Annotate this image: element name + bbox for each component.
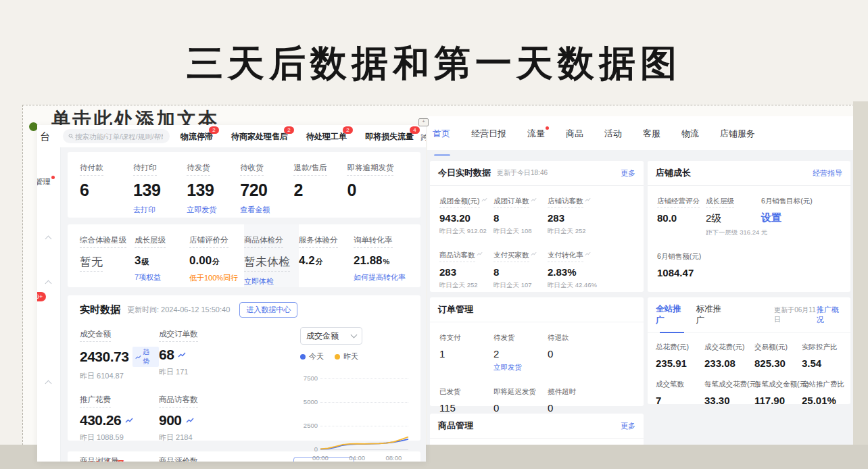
legend-dot [335,354,340,360]
tab-shop-services[interactable]: 店铺服务 [720,128,755,150]
brand-text-partial: 台 [40,130,50,143]
sidebar-item-partial[interactable]: 管理 [37,177,51,187]
left-main-content: 待付款6 待打印139去打印 待发货139立即发货 待收货720查看金额 退款/… [61,147,426,462]
realtime-chart: 成交金额 今天 昨天 0250050007500 00:0004:0008:00 [300,327,408,462]
view-amount-link[interactable]: 查看金额 [240,205,293,215]
metric-awaiting-shipment: 待发货2立即发货 [493,330,548,372]
search-input[interactable] [74,132,164,141]
line-chart-plot[interactable]: 0250050007500 [320,366,408,452]
todo-value: 720 [240,180,293,200]
search-box[interactable] [63,129,170,143]
more-link[interactable]: 更多 [621,168,635,178]
metric-visitors: 商品访客数 900 昨日 2184 [159,393,238,443]
tab-daily-report[interactable]: 经营日报 [471,128,506,150]
ship-now-link[interactable]: 立即发货 [187,205,240,215]
metric-select-dropdown[interactable]: 成交金额 [300,327,362,345]
metric-orders: 成交订单数 68 昨日 171 [159,327,238,381]
trend-badge[interactable]: 趋势 [132,347,159,367]
trend-icon [477,251,483,257]
tab-sitewide-promo[interactable]: 全站推广 [656,303,685,326]
left-dashboard-screenshot: 台 物流停滞2 待商家处理售后2 待处理工单2 即将损失流量4 未读站内信68 … [37,125,426,462]
legend-today[interactable]: 今天 [300,351,324,362]
benefits-link[interactable]: 7项权益 [135,272,189,282]
notification-dot [546,126,549,130]
todo-col: 待打印139去打印 [133,161,187,209]
score-value: 0.00分 [189,254,244,268]
business-guide-link[interactable]: 经营指导 [813,168,842,178]
y-tick-label: 0 [299,445,318,453]
trend-icon[interactable] [186,416,194,424]
y-tick-label: 2500 [299,422,318,429]
todo-value: 139 [133,180,187,200]
realtime-data-card: 实时数据 更新时间: 2024-06-12 15:50:40 进入数据中心 成交… [68,295,420,441]
badge: 2 [284,126,294,134]
order-management-card: 订单管理 待支付1 待发货2立即发货 待退款0 已发货115 即将延迟发货0 揽… [430,297,644,406]
metric-group-orders: 成团订单数8昨日全天 108 [493,194,548,236]
trend-icon[interactable] [125,416,133,424]
chevron-down-icon [351,332,358,339]
nav-logistics-stalled[interactable]: 物流停滞2 [180,131,213,143]
todo-value: 6 [80,180,133,200]
realtime-metrics: 成交金额 2430.73 趋势 昨日 6104.87 成交订单数 68 昨日 1… [80,327,299,462]
go-print-link[interactable]: 去打印 [133,205,187,215]
score-col: 服务体验分4.2分 [299,233,354,278]
below-peers-link[interactable]: 低于100%同行 [189,273,244,283]
nav-losing-traffic[interactable]: 即将损失流量4 [365,131,414,143]
score-value: 3级 [135,254,189,268]
left-sidebar: 管理 9+ [37,147,61,462]
tab-logistics[interactable]: 物流 [681,128,699,150]
data-center-button[interactable]: 进入数据中心 [239,302,297,318]
trend-icon[interactable] [178,351,186,359]
today-realtime-card: 今日实时数据 更新于今日18:46 更多 成团金额(元)943.20昨日全天 9… [430,161,644,292]
ship-now-link[interactable]: 立即发货 [493,363,548,372]
trend-icon [481,197,487,203]
metric-reviews: 商品评价数 1 昨日 0 [159,454,238,462]
promo-overview-link[interactable]: 推广概况 [817,305,842,325]
promotion-card: 全站推广 标准推广 更新于06月11日 推广概况 总花费(元)235.91 成交… [648,297,850,404]
sidebar-count-badge[interactable]: 9+ [37,292,46,301]
chevron-up-icon[interactable] [45,236,52,243]
tab-activity[interactable]: 活动 [604,128,622,150]
slide-canvas: 三天后数据和第一天数据图 单击此处添加文本 + 台 物流停滞2 待商家处理售后2… [0,0,868,469]
todo-value: 0 [347,180,408,200]
legend-yesterday[interactable]: 昨天 [335,351,358,362]
score-col: 店铺评价分0.00分低于100%同行 [189,233,244,278]
trend-icon [531,251,537,257]
series-昨天 [320,437,408,449]
tab-service[interactable]: 客服 [643,128,660,150]
set-target-link[interactable]: 设置 [761,212,814,224]
todo-col: 待收货720查看金额 [240,161,293,209]
left-top-nav: 物流停滞2 待商家处理售后2 待处理工单2 即将损失流量4 未读站内信68 [180,131,426,143]
todo-col: 即将逾期发货0 [347,161,408,209]
todo-value: 139 [187,180,240,200]
x-tick-label: 04:00 [349,454,365,462]
score-col-highlight: 商品体检分暂未体检立即体检 [244,224,299,287]
y-tick-label: 7500 [299,374,318,382]
chart-legend: 今天 昨天 [300,351,408,362]
improve-conversion-link[interactable]: 如何提高转化率 [354,272,408,282]
metric-shop-visitors: 店铺访客数283昨日全天 252 [548,194,602,236]
metric-roi: 实际投产比3.54 [802,340,841,369]
order-todo-card: 待付款6 待打印139去打印 待发货139立即发货 待收货720查看金额 退款/… [68,152,420,218]
check-now-link[interactable]: 立即体检 [244,276,299,287]
background-strip-right [853,101,868,469]
chevron-up-icon[interactable] [45,380,52,387]
tab-home[interactable]: 首页 [433,128,450,150]
tab-standard-promo[interactable]: 标准推广 [696,303,726,326]
chevron-up-icon[interactable] [45,280,52,287]
metric-total-spend: 总花费(元)235.91 [656,340,704,369]
metric-month-sales: 6月销售额(元)1084.47 [657,249,698,278]
legend-dot [300,354,306,360]
badge: 2 [209,126,219,134]
score-value: 暂未体检 [244,254,290,272]
right-top-nav: 首页 经营日报 流量 商品 活动 客服 物流 店铺服务 [427,116,853,150]
nav-overflow-partial[interactable]: 跨境 [420,132,426,143]
tab-traffic[interactable]: 流量 [527,128,545,150]
metric-growth-level: 成长层级2级距下一层级 316.24 元 [706,194,761,237]
more-link[interactable]: 更多 [621,421,635,431]
nav-pending-aftersales[interactable]: 待商家处理售后2 [231,131,288,143]
metric-amount-per-deal: 每笔成交金额(元)117.90 [754,377,802,406]
tab-goods[interactable]: 商品 [566,128,583,150]
nav-pending-tickets[interactable]: 待处理工单2 [306,131,347,143]
score-value: 暂无 [80,254,103,272]
